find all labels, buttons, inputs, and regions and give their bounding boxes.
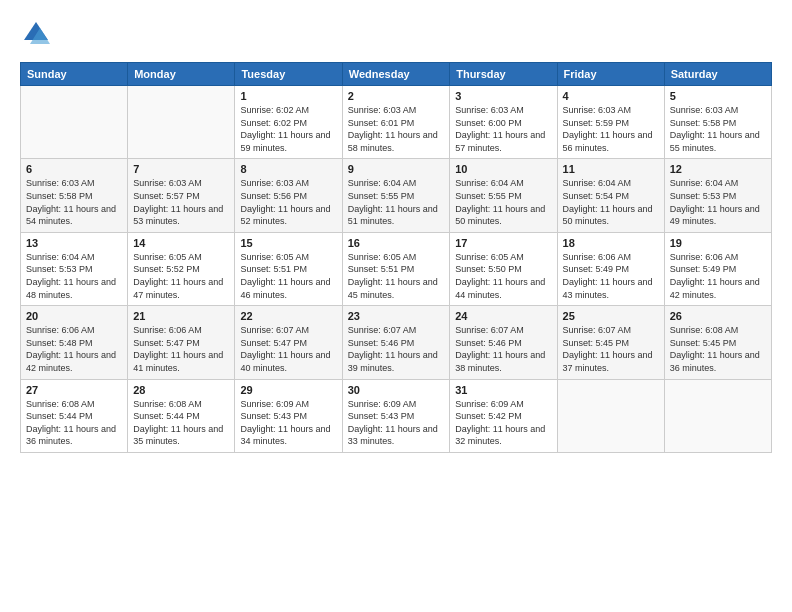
day-info: Sunrise: 6:06 AM Sunset: 5:49 PM Dayligh… xyxy=(563,251,659,301)
calendar-cell: 28Sunrise: 6:08 AM Sunset: 5:44 PM Dayli… xyxy=(128,379,235,452)
day-info: Sunrise: 6:07 AM Sunset: 5:46 PM Dayligh… xyxy=(455,324,551,374)
page: SundayMondayTuesdayWednesdayThursdayFrid… xyxy=(0,0,792,463)
calendar-cell: 20Sunrise: 6:06 AM Sunset: 5:48 PM Dayli… xyxy=(21,306,128,379)
day-number: 24 xyxy=(455,310,551,322)
calendar-header-wednesday: Wednesday xyxy=(342,63,450,86)
day-number: 28 xyxy=(133,384,229,396)
day-number: 11 xyxy=(563,163,659,175)
calendar-cell: 27Sunrise: 6:08 AM Sunset: 5:44 PM Dayli… xyxy=(21,379,128,452)
day-number: 18 xyxy=(563,237,659,249)
day-info: Sunrise: 6:03 AM Sunset: 5:57 PM Dayligh… xyxy=(133,177,229,227)
day-number: 6 xyxy=(26,163,122,175)
calendar-cell xyxy=(664,379,771,452)
calendar-cell: 11Sunrise: 6:04 AM Sunset: 5:54 PM Dayli… xyxy=(557,159,664,232)
day-info: Sunrise: 6:07 AM Sunset: 5:45 PM Dayligh… xyxy=(563,324,659,374)
day-number: 23 xyxy=(348,310,445,322)
day-number: 16 xyxy=(348,237,445,249)
calendar-cell xyxy=(128,86,235,159)
calendar-cell: 5Sunrise: 6:03 AM Sunset: 5:58 PM Daylig… xyxy=(664,86,771,159)
day-number: 2 xyxy=(348,90,445,102)
day-number: 12 xyxy=(670,163,766,175)
calendar-cell: 7Sunrise: 6:03 AM Sunset: 5:57 PM Daylig… xyxy=(128,159,235,232)
day-number: 13 xyxy=(26,237,122,249)
calendar-cell xyxy=(557,379,664,452)
day-number: 25 xyxy=(563,310,659,322)
calendar-cell: 12Sunrise: 6:04 AM Sunset: 5:53 PM Dayli… xyxy=(664,159,771,232)
calendar-cell: 21Sunrise: 6:06 AM Sunset: 5:47 PM Dayli… xyxy=(128,306,235,379)
calendar-cell: 30Sunrise: 6:09 AM Sunset: 5:43 PM Dayli… xyxy=(342,379,450,452)
calendar-cell: 26Sunrise: 6:08 AM Sunset: 5:45 PM Dayli… xyxy=(664,306,771,379)
day-info: Sunrise: 6:04 AM Sunset: 5:53 PM Dayligh… xyxy=(670,177,766,227)
calendar-header-row: SundayMondayTuesdayWednesdayThursdayFrid… xyxy=(21,63,772,86)
day-number: 30 xyxy=(348,384,445,396)
calendar-cell: 22Sunrise: 6:07 AM Sunset: 5:47 PM Dayli… xyxy=(235,306,342,379)
logo-icon xyxy=(20,18,52,50)
day-number: 20 xyxy=(26,310,122,322)
day-number: 26 xyxy=(670,310,766,322)
day-info: Sunrise: 6:03 AM Sunset: 5:59 PM Dayligh… xyxy=(563,104,659,154)
calendar-cell xyxy=(21,86,128,159)
day-number: 17 xyxy=(455,237,551,249)
calendar-week-row: 1Sunrise: 6:02 AM Sunset: 6:02 PM Daylig… xyxy=(21,86,772,159)
day-info: Sunrise: 6:03 AM Sunset: 6:01 PM Dayligh… xyxy=(348,104,445,154)
day-info: Sunrise: 6:08 AM Sunset: 5:44 PM Dayligh… xyxy=(133,398,229,448)
day-info: Sunrise: 6:02 AM Sunset: 6:02 PM Dayligh… xyxy=(240,104,336,154)
calendar-cell: 6Sunrise: 6:03 AM Sunset: 5:58 PM Daylig… xyxy=(21,159,128,232)
calendar-cell: 16Sunrise: 6:05 AM Sunset: 5:51 PM Dayli… xyxy=(342,232,450,305)
calendar-cell: 29Sunrise: 6:09 AM Sunset: 5:43 PM Dayli… xyxy=(235,379,342,452)
day-info: Sunrise: 6:09 AM Sunset: 5:42 PM Dayligh… xyxy=(455,398,551,448)
calendar-cell: 9Sunrise: 6:04 AM Sunset: 5:55 PM Daylig… xyxy=(342,159,450,232)
calendar-header-thursday: Thursday xyxy=(450,63,557,86)
day-info: Sunrise: 6:06 AM Sunset: 5:47 PM Dayligh… xyxy=(133,324,229,374)
calendar-cell: 17Sunrise: 6:05 AM Sunset: 5:50 PM Dayli… xyxy=(450,232,557,305)
day-info: Sunrise: 6:07 AM Sunset: 5:46 PM Dayligh… xyxy=(348,324,445,374)
calendar-cell: 8Sunrise: 6:03 AM Sunset: 5:56 PM Daylig… xyxy=(235,159,342,232)
calendar-cell: 14Sunrise: 6:05 AM Sunset: 5:52 PM Dayli… xyxy=(128,232,235,305)
day-info: Sunrise: 6:03 AM Sunset: 5:58 PM Dayligh… xyxy=(26,177,122,227)
day-info: Sunrise: 6:04 AM Sunset: 5:55 PM Dayligh… xyxy=(348,177,445,227)
day-number: 31 xyxy=(455,384,551,396)
calendar-table: SundayMondayTuesdayWednesdayThursdayFrid… xyxy=(20,62,772,453)
day-number: 9 xyxy=(348,163,445,175)
day-number: 27 xyxy=(26,384,122,396)
calendar-header-saturday: Saturday xyxy=(664,63,771,86)
calendar-cell: 2Sunrise: 6:03 AM Sunset: 6:01 PM Daylig… xyxy=(342,86,450,159)
calendar-week-row: 6Sunrise: 6:03 AM Sunset: 5:58 PM Daylig… xyxy=(21,159,772,232)
day-number: 1 xyxy=(240,90,336,102)
calendar-cell: 23Sunrise: 6:07 AM Sunset: 5:46 PM Dayli… xyxy=(342,306,450,379)
day-info: Sunrise: 6:04 AM Sunset: 5:54 PM Dayligh… xyxy=(563,177,659,227)
calendar-header-sunday: Sunday xyxy=(21,63,128,86)
day-number: 15 xyxy=(240,237,336,249)
calendar-week-row: 27Sunrise: 6:08 AM Sunset: 5:44 PM Dayli… xyxy=(21,379,772,452)
calendar-cell: 1Sunrise: 6:02 AM Sunset: 6:02 PM Daylig… xyxy=(235,86,342,159)
day-info: Sunrise: 6:09 AM Sunset: 5:43 PM Dayligh… xyxy=(240,398,336,448)
day-info: Sunrise: 6:03 AM Sunset: 5:58 PM Dayligh… xyxy=(670,104,766,154)
header xyxy=(20,18,772,50)
calendar-week-row: 13Sunrise: 6:04 AM Sunset: 5:53 PM Dayli… xyxy=(21,232,772,305)
day-number: 8 xyxy=(240,163,336,175)
day-info: Sunrise: 6:05 AM Sunset: 5:51 PM Dayligh… xyxy=(348,251,445,301)
logo xyxy=(20,18,56,50)
day-info: Sunrise: 6:09 AM Sunset: 5:43 PM Dayligh… xyxy=(348,398,445,448)
day-info: Sunrise: 6:08 AM Sunset: 5:45 PM Dayligh… xyxy=(670,324,766,374)
day-number: 19 xyxy=(670,237,766,249)
day-info: Sunrise: 6:03 AM Sunset: 5:56 PM Dayligh… xyxy=(240,177,336,227)
calendar-header-tuesday: Tuesday xyxy=(235,63,342,86)
calendar-cell: 10Sunrise: 6:04 AM Sunset: 5:55 PM Dayli… xyxy=(450,159,557,232)
calendar-cell: 19Sunrise: 6:06 AM Sunset: 5:49 PM Dayli… xyxy=(664,232,771,305)
day-number: 5 xyxy=(670,90,766,102)
calendar-cell: 18Sunrise: 6:06 AM Sunset: 5:49 PM Dayli… xyxy=(557,232,664,305)
day-number: 7 xyxy=(133,163,229,175)
calendar-header-monday: Monday xyxy=(128,63,235,86)
calendar-cell: 3Sunrise: 6:03 AM Sunset: 6:00 PM Daylig… xyxy=(450,86,557,159)
day-number: 22 xyxy=(240,310,336,322)
day-info: Sunrise: 6:06 AM Sunset: 5:49 PM Dayligh… xyxy=(670,251,766,301)
day-number: 29 xyxy=(240,384,336,396)
calendar-cell: 13Sunrise: 6:04 AM Sunset: 5:53 PM Dayli… xyxy=(21,232,128,305)
day-number: 4 xyxy=(563,90,659,102)
day-number: 3 xyxy=(455,90,551,102)
day-info: Sunrise: 6:05 AM Sunset: 5:51 PM Dayligh… xyxy=(240,251,336,301)
day-info: Sunrise: 6:05 AM Sunset: 5:52 PM Dayligh… xyxy=(133,251,229,301)
calendar-cell: 15Sunrise: 6:05 AM Sunset: 5:51 PM Dayli… xyxy=(235,232,342,305)
calendar-cell: 4Sunrise: 6:03 AM Sunset: 5:59 PM Daylig… xyxy=(557,86,664,159)
